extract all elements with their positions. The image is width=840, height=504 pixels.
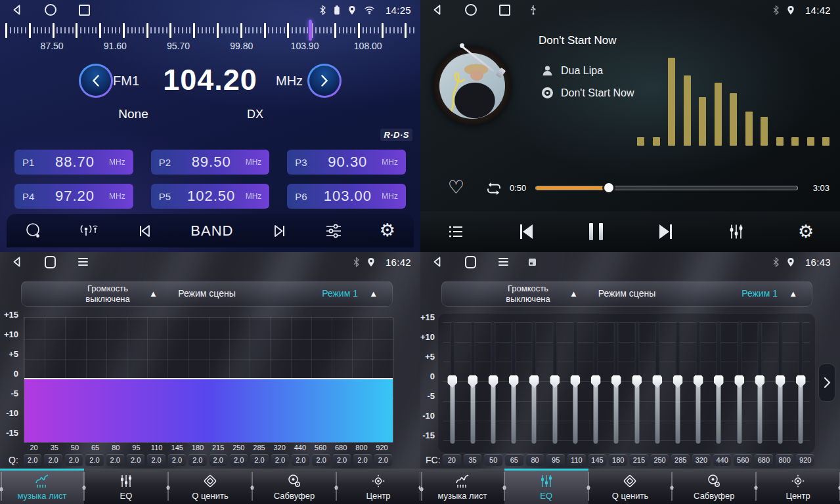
scene-expand-button[interactable]: ▲ (785, 288, 801, 299)
tab-center[interactable]: Центр (336, 469, 420, 504)
eq-curve-plot[interactable] (24, 317, 393, 443)
preset-p2-button[interactable]: P289.50MHz (151, 150, 270, 175)
eq-band-slider[interactable] (749, 314, 770, 453)
slider-thumb[interactable] (509, 375, 519, 388)
tab-subwoofer[interactable]: Сабвуфер (252, 469, 336, 504)
slider-thumb[interactable] (489, 375, 498, 388)
equalizer-button[interactable] (724, 220, 748, 243)
slider-thumb[interactable] (550, 375, 560, 388)
tab-music-list[interactable]: музыка лист (420, 469, 504, 504)
pause-button[interactable] (586, 220, 606, 243)
next-station-button[interactable] (268, 220, 290, 242)
eq-band-slider[interactable] (606, 314, 627, 453)
previous-station-button[interactable] (134, 220, 156, 242)
nav-home-button[interactable] (42, 253, 58, 271)
eq-band-slider[interactable] (586, 314, 606, 453)
nav-recents-button[interactable] (76, 2, 93, 18)
eq-band-slider[interactable] (483, 314, 503, 453)
eq-band-slider[interactable] (709, 314, 729, 453)
tab-center[interactable]: Центр (756, 469, 840, 504)
eq-band-slider[interactable] (647, 314, 667, 453)
fc-frequency-button[interactable]: 800 (776, 454, 794, 466)
preset-p1-button[interactable]: P188.70MHz (14, 150, 133, 175)
slider-thumb[interactable] (714, 375, 724, 388)
q-value-button[interactable]: 2.0 (85, 454, 103, 466)
fc-frequency-button[interactable]: 560 (734, 454, 752, 466)
slider-thumb[interactable] (468, 375, 477, 388)
eq-band-slider[interactable] (688, 314, 709, 453)
q-value-button[interactable]: 2.0 (188, 454, 206, 466)
progress-bar[interactable] (536, 186, 797, 190)
q-value-button[interactable]: 2.0 (65, 454, 83, 466)
favorite-button[interactable]: ♡ (444, 176, 468, 199)
q-value-button[interactable]: 2.0 (106, 454, 124, 466)
q-value-button[interactable]: 2.0 (230, 454, 248, 466)
preset-p4-button[interactable]: P497.20MHz (14, 184, 133, 209)
q-value-button[interactable]: 2.0 (24, 454, 41, 466)
fc-frequency-button[interactable]: 20 (443, 454, 461, 466)
scene-expand-button[interactable]: ▲ (365, 288, 382, 299)
nav-recents-button[interactable] (497, 2, 513, 18)
q-value-button[interactable]: 2.0 (333, 454, 351, 466)
q-value-button[interactable]: 2.0 (44, 454, 62, 466)
eq-band-slider[interactable] (667, 314, 688, 453)
eq-band-slider[interactable] (770, 314, 791, 453)
previous-track-button[interactable] (514, 220, 539, 243)
band-button[interactable]: BAND (188, 220, 236, 242)
tab-music-list[interactable]: музыка лист (0, 469, 84, 504)
slider-thumb[interactable] (673, 375, 683, 388)
preset-p5-button[interactable]: P5102.50MHz (151, 184, 270, 209)
q-value-button[interactable]: 2.0 (374, 454, 392, 466)
eq-band-slider[interactable] (524, 314, 544, 453)
fc-frequency-button[interactable]: 215 (630, 454, 648, 466)
scene-mode-value[interactable]: Режим 1 (322, 288, 358, 299)
fc-frequency-button[interactable]: 180 (609, 454, 627, 466)
tab-q-value[interactable]: Q ценить (588, 469, 673, 504)
slider-thumb[interactable] (652, 375, 662, 388)
slider-thumb[interactable] (611, 375, 621, 388)
nav-home-button[interactable] (462, 1, 479, 18)
fc-frequency-button[interactable]: 285 (671, 454, 690, 466)
tuner-scale[interactable]: 87.5091.6095.7099.80103.90108.00 (5, 22, 415, 53)
nav-home-button[interactable] (42, 1, 59, 18)
settings-button[interactable]: ⚙ (377, 219, 398, 242)
tune-up-button[interactable] (307, 64, 342, 98)
slider-thumb[interactable] (694, 375, 703, 388)
preset-p6-button[interactable]: P6103.00MHz (287, 184, 406, 209)
nav-back-button[interactable] (9, 254, 25, 270)
slider-thumb[interactable] (529, 375, 539, 388)
scan-button[interactable] (22, 220, 45, 242)
q-value-button[interactable]: 2.0 (147, 454, 165, 466)
eq-band-slider[interactable] (442, 314, 462, 453)
fc-frequency-button[interactable]: 50 (484, 454, 502, 466)
fc-frequency-button[interactable]: 440 (713, 454, 732, 466)
eq-band-slider[interactable] (729, 314, 749, 453)
tune-down-button[interactable] (79, 64, 113, 98)
nav-back-button[interactable] (430, 254, 445, 270)
next-bands-button[interactable] (818, 364, 835, 402)
nav-menu-button[interactable] (76, 255, 91, 268)
eq-band-slider[interactable] (462, 314, 483, 453)
repeat-button[interactable] (481, 180, 507, 199)
slider-thumb[interactable] (796, 375, 806, 388)
q-value-button[interactable]: 2.0 (127, 454, 144, 466)
fc-frequency-button[interactable]: 680 (755, 454, 773, 466)
q-value-button[interactable]: 2.0 (312, 454, 330, 466)
tab-q-value[interactable]: Q ценить (168, 469, 252, 504)
slider-thumb[interactable] (776, 375, 785, 388)
fc-frequency-button[interactable]: 920 (796, 454, 814, 466)
fc-frequency-button[interactable]: 250 (651, 454, 669, 466)
fc-frequency-button[interactable]: 145 (588, 454, 607, 466)
slider-thumb[interactable] (591, 375, 601, 388)
next-track-button[interactable] (653, 220, 678, 243)
slider-thumb[interactable] (632, 375, 642, 388)
q-value-button[interactable]: 2.0 (210, 454, 227, 466)
slider-thumb[interactable] (755, 375, 764, 388)
fc-frequency-button[interactable]: 65 (505, 454, 523, 466)
eq-band-slider[interactable] (627, 314, 647, 453)
fc-frequency-button[interactable]: 320 (692, 454, 711, 466)
tab-eq[interactable]: EQ (84, 469, 168, 504)
q-value-button[interactable]: 2.0 (292, 454, 309, 466)
eq-band-slider[interactable] (565, 314, 585, 453)
scene-mode-value[interactable]: Режим 1 (741, 288, 778, 299)
